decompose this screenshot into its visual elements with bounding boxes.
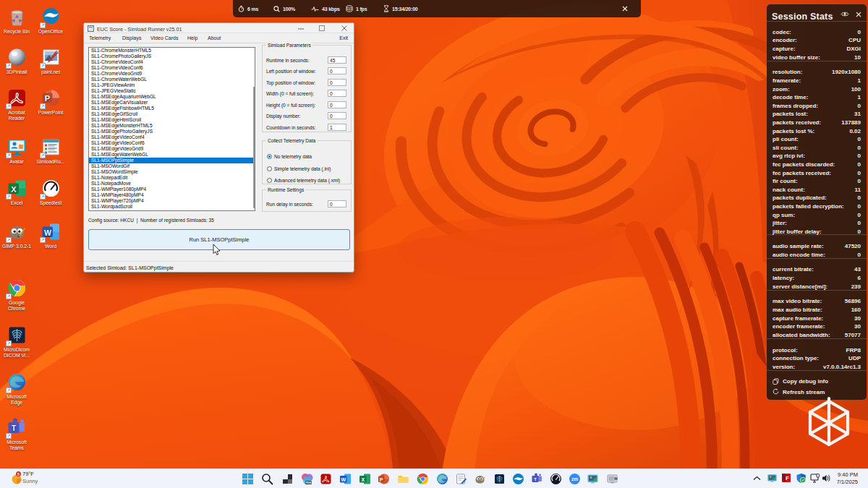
svg-text:P: P: [44, 94, 49, 103]
svg-text:T: T: [11, 424, 15, 432]
svg-text:T: T: [534, 476, 537, 481]
svg-text:X: X: [11, 185, 17, 194]
svg-text:P: P: [379, 476, 383, 481]
svg-text:5: 5: [17, 472, 20, 476]
svg-text:zm: zm: [571, 476, 577, 481]
svg-text:F: F: [786, 475, 789, 481]
svg-text:PDN: PDN: [305, 481, 311, 484]
svg-text:W: W: [341, 476, 346, 481]
svg-text:W: W: [44, 228, 51, 237]
svg-text:X: X: [361, 476, 365, 481]
